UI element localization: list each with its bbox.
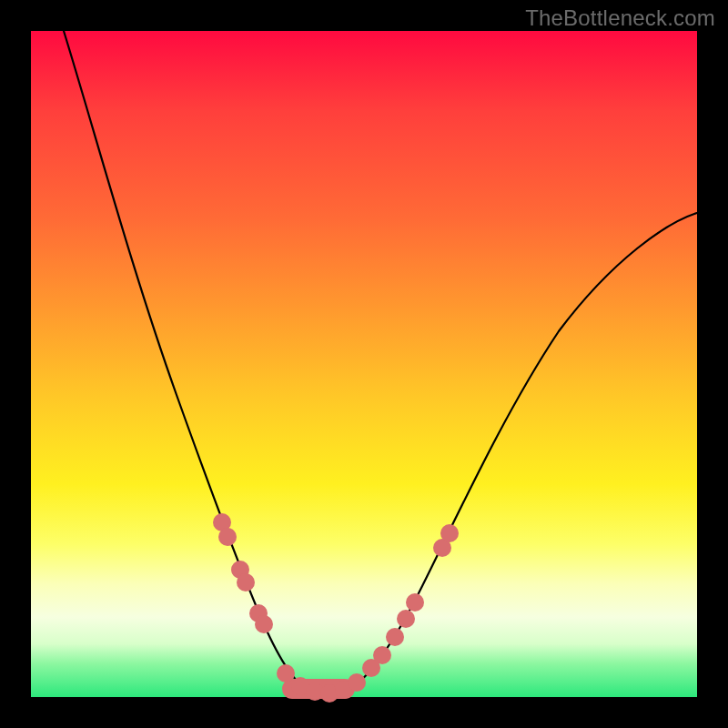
marker-dot [277,664,295,682]
chart-frame: TheBottleneck.com [0,0,728,728]
marker-dot [348,673,366,692]
marker-dot [373,646,391,664]
marker-dot [406,593,424,612]
bottleneck-curve-svg [31,31,697,697]
marker-dot [386,628,404,646]
marker-dot [218,528,237,546]
watermark-text: TheBottleneck.com [525,5,715,31]
plot-area [31,31,697,697]
bottleneck-curve-path [64,31,697,696]
marker-dot [440,524,459,542]
marker-dot [237,573,255,592]
marker-dot [255,615,273,633]
marker-group [213,513,459,703]
marker-dot [397,610,415,628]
